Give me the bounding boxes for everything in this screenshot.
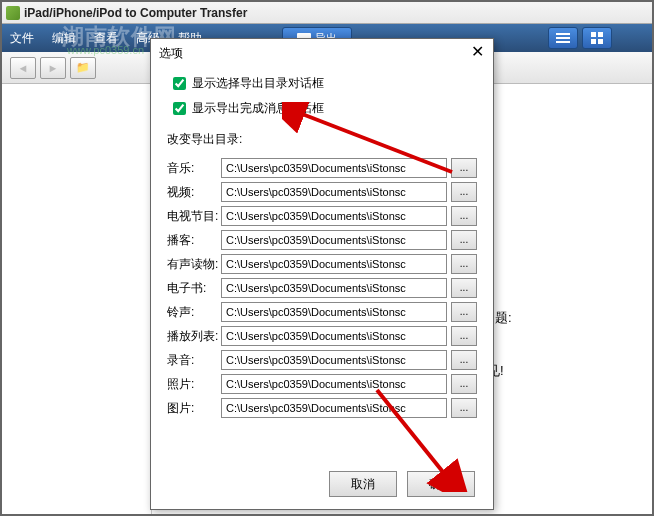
path-row: 录音:... (167, 350, 477, 370)
path-input[interactable] (221, 230, 447, 250)
path-input[interactable] (221, 302, 447, 322)
path-input[interactable] (221, 158, 447, 178)
path-input[interactable] (221, 326, 447, 346)
checkbox-1[interactable] (173, 77, 186, 90)
path-row: 电子书:... (167, 278, 477, 298)
path-input[interactable] (221, 350, 447, 370)
path-input[interactable] (221, 254, 447, 274)
options-dialog: 选项 ✕ 显示选择导出目录对话框 显示导出完成消息对话框 改变导出目录: 音乐:… (150, 38, 494, 510)
browse-button[interactable]: ... (451, 254, 477, 274)
path-row: 照片:... (167, 374, 477, 394)
path-label: 电子书: (167, 280, 221, 297)
path-input[interactable] (221, 182, 447, 202)
app-icon (6, 6, 20, 20)
path-label: 图片: (167, 400, 221, 417)
dialog-tab-label: 选项 (159, 45, 183, 62)
path-label: 播放列表: (167, 328, 221, 345)
menu-file[interactable]: 文件 (10, 30, 34, 47)
window-titlebar: iPad/iPhone/iPod to Computer Transfer (2, 2, 652, 24)
browse-button[interactable]: ... (451, 230, 477, 250)
path-row: 播客:... (167, 230, 477, 250)
path-label: 电视节目: (167, 208, 221, 225)
path-input[interactable] (221, 206, 447, 226)
checkbox-2[interactable] (173, 102, 186, 115)
path-row: 铃声:... (167, 302, 477, 322)
browse-button[interactable]: ... (451, 278, 477, 298)
view-grid-button[interactable] (582, 27, 612, 49)
checkbox-1-label: 显示选择导出目录对话框 (192, 75, 324, 92)
path-row: 有声读物:... (167, 254, 477, 274)
browse-button[interactable]: ... (451, 350, 477, 370)
path-row: 音乐:... (167, 158, 477, 178)
view-list-button[interactable] (548, 27, 578, 49)
nav-up-button[interactable]: 📁 (70, 57, 96, 79)
cancel-button[interactable]: 取消 (329, 471, 397, 497)
path-label: 照片: (167, 376, 221, 393)
menu-view[interactable]: 查看 (94, 30, 118, 47)
path-input[interactable] (221, 374, 447, 394)
browse-button[interactable]: ... (451, 206, 477, 226)
path-label: 播客: (167, 232, 221, 249)
close-icon[interactable]: ✕ (469, 45, 485, 61)
sidebar (2, 84, 152, 514)
path-label: 有声读物: (167, 256, 221, 273)
browse-button[interactable]: ... (451, 302, 477, 322)
browse-button[interactable]: ... (451, 374, 477, 394)
checkbox-2-label: 显示导出完成消息对话框 (192, 100, 324, 117)
window-title: iPad/iPhone/iPod to Computer Transfer (24, 6, 247, 20)
path-label: 录音: (167, 352, 221, 369)
nav-forward-button[interactable]: ► (40, 57, 66, 79)
browse-button[interactable]: ... (451, 326, 477, 346)
checkbox-show-complete-dialog[interactable]: 显示导出完成消息对话框 (173, 100, 477, 117)
path-row: 视频:... (167, 182, 477, 202)
ok-button[interactable]: 确认 (407, 471, 475, 497)
path-row: 图片:... (167, 398, 477, 418)
menu-edit[interactable]: 编辑 (52, 30, 76, 47)
path-row: 电视节目:... (167, 206, 477, 226)
checkbox-show-folder-dialog[interactable]: 显示选择导出目录对话框 (173, 75, 477, 92)
path-input[interactable] (221, 278, 447, 298)
section-label: 改变导出目录: (167, 131, 477, 148)
path-input[interactable] (221, 398, 447, 418)
path-label: 音乐: (167, 160, 221, 177)
path-row: 播放列表:... (167, 326, 477, 346)
path-label: 视频: (167, 184, 221, 201)
browse-button[interactable]: ... (451, 158, 477, 178)
nav-back-button[interactable]: ◄ (10, 57, 36, 79)
path-label: 铃声: (167, 304, 221, 321)
browse-button[interactable]: ... (451, 398, 477, 418)
browse-button[interactable]: ... (451, 182, 477, 202)
